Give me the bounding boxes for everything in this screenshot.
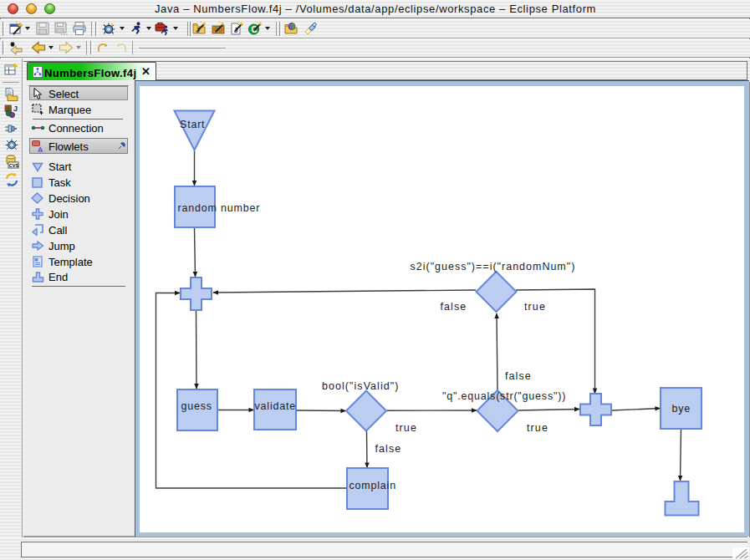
- svg-text:Start: Start: [180, 119, 205, 130]
- svg-text:true: true: [524, 301, 546, 313]
- svg-text:random number: random number: [178, 202, 261, 214]
- svg-text:bye: bye: [672, 403, 691, 415]
- svg-text:s2i("guess")==i("randomNum"): s2i("guess")==i("randomNum"): [411, 261, 576, 272]
- svg-text:"q".equals(str("guess")): "q".equals(str("guess")): [442, 390, 566, 402]
- svg-text:false: false: [441, 301, 467, 313]
- svg-text:bool("isValid"): bool("isValid"): [322, 380, 399, 392]
- svg-text:true: true: [527, 422, 548, 434]
- svg-text:true: true: [395, 422, 417, 434]
- svg-text:complain: complain: [349, 480, 396, 491]
- svg-text:guess: guess: [181, 400, 212, 412]
- svg-text:false: false: [375, 443, 402, 455]
- svg-text:validate: validate: [255, 400, 297, 412]
- svg-text:false: false: [505, 370, 532, 382]
